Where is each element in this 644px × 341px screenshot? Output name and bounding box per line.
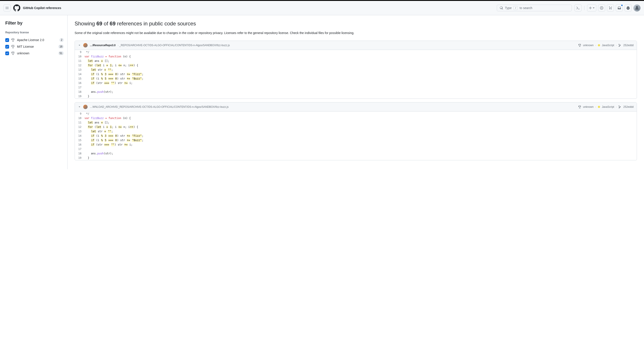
inbox-icon <box>618 6 621 10</box>
language-label: JavaScript <box>602 105 614 108</box>
line-number: 12 <box>75 63 84 68</box>
line-number: 12 <box>75 125 84 129</box>
line-content: if (i % 3 === 0) str += "Fizz"; <box>84 72 144 76</box>
code-line: 18 ans.push(str); <box>75 151 637 156</box>
search-icon <box>500 6 503 10</box>
menu-button[interactable] <box>4 5 10 12</box>
filter-section-label: Repository license <box>5 31 64 34</box>
author-avatar[interactable] <box>83 43 88 48</box>
filter-sidebar: Filter by Repository license Apache Lice… <box>0 15 68 169</box>
slash-key-badge: / <box>513 6 518 10</box>
copilot-button[interactable] <box>624 5 632 12</box>
line-number: 10 <box>75 116 84 120</box>
code-line: 13 let str = ""; <box>75 68 637 72</box>
language-dot <box>598 44 600 46</box>
line-content: } <box>84 94 90 99</box>
author-avatar[interactable] <box>83 105 88 109</box>
line-number: 15 <box>75 76 84 81</box>
code-line: 19 } <box>75 156 637 160</box>
terminal-icon <box>576 6 580 10</box>
line-number: 18 <box>75 151 84 156</box>
result-card: …lResourceRepo3.0 · _REPOS/ARCHIVE-OCT/D… <box>74 41 637 99</box>
law-icon <box>11 52 15 55</box>
file-path[interactable]: · _REPOS/ARCHIVE-OCT/DS-ALGO-OFFICIAL/CO… <box>118 44 230 47</box>
line-number: 17 <box>75 147 84 151</box>
line-content: if (i % 5 === 0) str += "Buzz"; <box>84 76 144 81</box>
line-content: if (i % 3 === 0) str += "Fizz"; <box>84 134 144 138</box>
result-header: …lResourceRepo3.0 · _REPOS/ARCHIVE-OCT/D… <box>75 41 637 50</box>
filter-count: 16 <box>58 45 64 49</box>
filter-label: MIT License <box>17 45 56 48</box>
code-line: 9 */ <box>75 50 637 54</box>
language-label: JavaScript <box>602 44 614 47</box>
copilot-icon <box>626 6 630 10</box>
branch-label[interactable]: 252eddd <box>623 105 634 108</box>
line-content: let ans = []; <box>84 120 109 125</box>
result-header: …WNLOAD_ARCHIVE/_REPOS/ARCHIVE-OCT/DS-AL… <box>75 103 637 112</box>
issue-icon <box>600 6 604 10</box>
license-label: unknown <box>583 105 594 108</box>
caret-down-icon <box>593 7 594 9</box>
pull-requests-button[interactable] <box>607 5 614 12</box>
code-line: 11 let ans = []; <box>75 59 637 63</box>
global-header: GitHub Copilot references Type / to sear… <box>0 1 644 15</box>
line-content: let str = ""; <box>84 68 113 72</box>
result-card: …WNLOAD_ARCHIVE/_REPOS/ARCHIVE-OCT/DS-AL… <box>74 102 637 160</box>
filter-item-unknown[interactable]: unknown 51 <box>5 50 64 57</box>
line-number: 11 <box>75 59 84 63</box>
law-icon <box>578 105 581 108</box>
issues-button[interactable] <box>598 5 605 12</box>
create-new-button[interactable] <box>587 5 596 12</box>
github-mark-icon <box>13 5 20 12</box>
pull-request-icon <box>609 6 612 10</box>
divider <box>584 6 584 10</box>
collapse-toggle[interactable] <box>78 105 81 108</box>
checkbox-icon <box>5 52 9 55</box>
git-branch-icon <box>618 105 622 108</box>
checkbox-icon <box>5 45 9 49</box>
filter-item-mit-license[interactable]: MIT License 16 <box>5 43 64 50</box>
line-content: */ <box>84 112 90 116</box>
search-placeholder-pre: Type <box>505 6 512 10</box>
line-content: var fizzBuzz = function (n) { <box>84 54 131 59</box>
line-content: for (let i = 1; i <= n; i++) { <box>84 63 138 68</box>
results-heading: Showing 69 of 69 references in public co… <box>74 21 637 27</box>
user-avatar[interactable] <box>634 5 640 12</box>
line-content: let ans = []; <box>84 59 109 63</box>
avatar-placeholder-icon <box>635 6 639 10</box>
line-number: 14 <box>75 72 84 76</box>
line-number: 16 <box>75 142 84 147</box>
repo-name[interactable]: …lResourceRepo3.0 <box>90 44 116 47</box>
header-actions <box>574 5 640 12</box>
line-number: 15 <box>75 138 84 142</box>
code-line: 9 */ <box>75 112 637 116</box>
branch-label[interactable]: 252eddd <box>623 44 634 47</box>
filter-item-apache-license-2-0[interactable]: Apache License 2.0 2 <box>5 37 64 43</box>
code-line: 17 <box>75 147 637 151</box>
code-line: 15 if (i % 5 === 0) str += "Buzz"; <box>75 76 637 81</box>
command-palette-button[interactable] <box>574 5 582 12</box>
notifications-button[interactable] <box>616 5 623 12</box>
chevron-down-icon <box>78 44 81 47</box>
svg-point-1 <box>601 8 602 9</box>
search-placeholder-post: to search <box>520 6 532 10</box>
collapse-toggle[interactable] <box>78 44 81 47</box>
search-input[interactable]: Type / to search <box>497 5 572 11</box>
line-number: 19 <box>75 94 84 99</box>
code-line: 13 let str = ""; <box>75 129 637 134</box>
line-content: ans.push(str); <box>84 90 113 94</box>
github-logo[interactable] <box>13 5 20 12</box>
code-line: 12 for (let i = 1; i <= n; i++) { <box>75 63 637 68</box>
code-block: 9 */10var fizzBuzz = function (n) {11 le… <box>75 112 637 160</box>
language-dot <box>598 106 600 108</box>
code-line: 10var fizzBuzz = function (n) { <box>75 116 637 120</box>
line-content: if (str === "") str += i; <box>84 142 133 147</box>
page-title: GitHub Copilot references <box>23 6 61 10</box>
line-content: */ <box>84 50 90 54</box>
file-path[interactable]: …WNLOAD_ARCHIVE/_REPOS/ARCHIVE-OCT/DS-AL… <box>90 105 229 108</box>
filter-label: Apache License 2.0 <box>17 38 57 42</box>
code-block: 9 */10var fizzBuzz = function (n) {11 le… <box>75 50 637 99</box>
code-line: 15 if (i % 5 === 0) str += "Buzz"; <box>75 138 637 142</box>
checkbox-icon <box>5 38 9 42</box>
line-number: 19 <box>75 156 84 160</box>
